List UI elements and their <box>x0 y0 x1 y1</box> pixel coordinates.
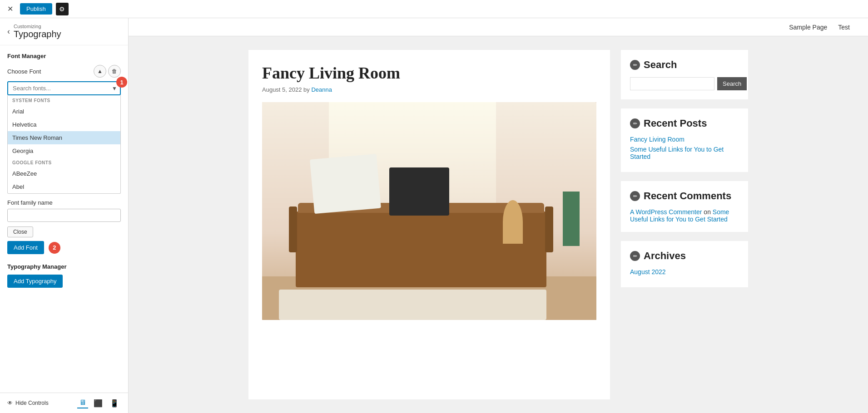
font-up-button[interactable]: ▲ <box>94 65 106 78</box>
close-font-button[interactable]: Close <box>7 226 33 237</box>
customizing-label: Customizing <box>14 24 61 29</box>
add-typography-button[interactable]: Add Typography <box>7 275 63 288</box>
settings-gear-button[interactable]: ⚙ <box>56 3 69 15</box>
title-group: Customizing Typography <box>14 24 61 39</box>
article-area: Fancy Living Room August 5, 2022 by Dean… <box>248 50 610 399</box>
font-dropdown: SYSTEM FONTS Arial Helvetica Times New R… <box>7 95 121 194</box>
google-fonts-label: GOOGLE FONTS <box>8 157 120 167</box>
preview-content: Fancy Living Room August 5, 2022 by Dean… <box>129 36 868 413</box>
choose-font-label: Choose Font <box>7 68 41 75</box>
archives-icon: ✏ <box>630 251 640 261</box>
close-button[interactable]: ✕ <box>4 3 16 15</box>
font-manager-label: Font Manager <box>7 53 121 59</box>
back-button[interactable]: ‹ <box>7 27 10 36</box>
font-item-helvetica[interactable]: Helvetica <box>8 118 120 131</box>
back-icon: ‹ <box>7 27 10 36</box>
add-font-row: Add Font 2 <box>7 241 121 254</box>
view-buttons: 🖥 ⬛ 📱 <box>77 398 121 408</box>
font-item-abeezee[interactable]: ABeeZee <box>8 167 120 180</box>
badge-1: 1 <box>116 77 127 88</box>
mobile-view-button[interactable]: 📱 <box>108 398 121 408</box>
recent-post-link-1[interactable]: Fancy Living Room <box>630 136 739 143</box>
recent-posts-title-row: ✏ Recent Posts <box>630 118 739 129</box>
font-family-input[interactable] <box>7 209 121 222</box>
sidebar-content: Font Manager Choose Font ▲ 🗑 ▼ 1 SYSTEM … <box>0 45 128 393</box>
sidebar-title: Typography <box>14 29 61 39</box>
cushion2 <box>389 167 449 216</box>
font-item-georgia[interactable]: Georgia <box>8 144 120 157</box>
search-widget-title-row: ✏ Search <box>630 59 739 71</box>
search-widget: ✏ Search Search <box>621 50 748 99</box>
article-meta: August 5, 2022 by Deanna <box>262 86 596 93</box>
archives-title: Archives <box>644 250 686 262</box>
preview-area: Sample Page Test Fancy Living Room Augus… <box>129 18 868 413</box>
sofa-scene <box>262 102 596 320</box>
top-bar: ✕ Publish ⚙ <box>0 0 868 18</box>
search-widget-button[interactable]: Search <box>717 77 747 90</box>
nav-test[interactable]: Test <box>838 24 850 31</box>
desktop-view-button[interactable]: 🖥 <box>77 398 88 408</box>
tablet-view-button[interactable]: ⬛ <box>92 398 104 408</box>
recent-comments-icon: ✏ <box>630 191 640 201</box>
font-delete-button[interactable]: 🗑 <box>108 65 121 78</box>
eye-icon: 👁 <box>7 400 13 406</box>
font-item-times[interactable]: Times New Roman <box>8 131 120 144</box>
search-widget-title: Search <box>644 59 677 71</box>
search-fonts-input[interactable] <box>7 81 121 95</box>
sidebar-header: ‹ Customizing Typography <box>0 18 128 45</box>
article-date: August 5, 2022 by <box>262 86 310 93</box>
search-widget-row: Search <box>630 77 739 90</box>
hide-controls-button[interactable]: 👁 Hide Controls <box>7 400 49 406</box>
recent-comments-widget: ✏ Recent Comments A WordPress Commenter … <box>621 181 748 232</box>
commenter-link[interactable]: A WordPress Commenter <box>630 208 702 216</box>
article-title: Fancy Living Room <box>262 64 596 83</box>
choose-font-row: Choose Font ▲ 🗑 <box>7 65 121 78</box>
search-fonts-wrapper: ▼ 1 <box>7 81 121 95</box>
recent-posts-title: Recent Posts <box>644 118 707 129</box>
sidebar: ‹ Customizing Typography Font Manager Ch… <box>0 18 129 413</box>
search-widget-input[interactable] <box>630 77 714 90</box>
font-family-label: Font family name <box>7 199 121 206</box>
sidebar-bottom: 👁 Hide Controls 🖥 ⬛ 📱 <box>0 393 128 413</box>
side-table <box>503 200 523 244</box>
typography-manager-label: Typography Manager <box>7 263 121 270</box>
rug <box>279 290 546 320</box>
font-item-abel[interactable]: Abel <box>8 180 120 193</box>
archive-link-1[interactable]: August 2022 <box>630 268 739 275</box>
preview-inner: Fancy Living Room August 5, 2022 by Dean… <box>248 50 748 399</box>
preview-nav: Sample Page Test <box>129 18 868 36</box>
font-controls: ▲ 🗑 <box>94 65 121 78</box>
recent-posts-widget: ✏ Recent Posts Fancy Living Room Some Us… <box>621 108 748 172</box>
system-fonts-label: SYSTEM FONTS <box>8 95 120 105</box>
recent-comments-title: Recent Comments <box>644 190 731 202</box>
main-layout: ‹ Customizing Typography Font Manager Ch… <box>0 18 868 413</box>
recent-post-link-2[interactable]: Some Useful Links for You to Get Started <box>630 146 739 160</box>
recent-posts-icon: ✏ <box>630 118 640 128</box>
publish-button[interactable]: Publish <box>20 3 52 15</box>
font-item-arial[interactable]: Arial <box>8 105 120 118</box>
badge-2: 2 <box>49 242 60 254</box>
sofa-arm-left <box>289 206 297 252</box>
preview-sidebar: ✏ Search Search ✏ Recent Posts <box>621 50 748 399</box>
add-font-button[interactable]: Add Font <box>7 241 44 254</box>
sofa-arm-right <box>545 206 553 252</box>
nav-sample-page[interactable]: Sample Page <box>789 24 827 31</box>
cushion1 <box>310 154 381 214</box>
article-image <box>262 102 596 320</box>
recent-comments-title-row: ✏ Recent Comments <box>630 190 739 202</box>
hide-controls-label: Hide Controls <box>15 400 49 406</box>
plant-pot <box>563 192 580 246</box>
search-widget-icon: ✏ <box>630 60 640 70</box>
archives-title-row: ✏ Archives <box>630 250 739 262</box>
archives-widget: ✏ Archives August 2022 <box>621 241 748 287</box>
comment-on-text: on <box>704 208 712 216</box>
article-author-link[interactable]: Deanna <box>311 86 332 93</box>
